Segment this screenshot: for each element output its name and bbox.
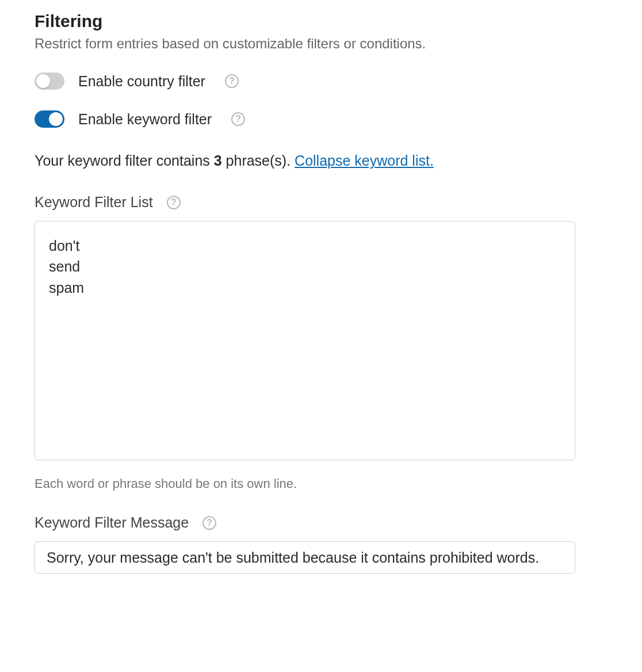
keyword-filter-row: Enable keyword filter ? (35, 110, 607, 128)
keyword-list-label-row: Keyword Filter List ? (35, 194, 607, 211)
summary-count: 3 (214, 152, 222, 169)
country-filter-toggle[interactable] (35, 72, 64, 90)
toggle-knob-icon (49, 112, 63, 126)
filtering-settings-panel: Filtering Restrict form entries based on… (0, 0, 642, 597)
keyword-filter-label: Enable keyword filter (78, 111, 212, 128)
help-icon[interactable]: ? (231, 112, 245, 126)
keyword-list-label: Keyword Filter List (35, 194, 153, 211)
summary-prefix: Your keyword filter contains (35, 152, 214, 169)
country-filter-label: Enable country filter (78, 73, 205, 90)
toggle-knob-icon (36, 74, 50, 88)
keyword-list-hint: Each word or phrase should be on its own… (35, 476, 607, 491)
keyword-filter-toggle[interactable] (35, 110, 64, 128)
help-icon[interactable]: ? (167, 196, 181, 209)
help-icon[interactable]: ? (225, 74, 239, 88)
summary-suffix: phrase(s). (222, 152, 295, 169)
keyword-filter-list-textarea[interactable] (35, 221, 575, 460)
keyword-filter-message-input[interactable] (35, 541, 575, 574)
section-title: Filtering (35, 12, 607, 31)
keyword-message-label-row: Keyword Filter Message ? (35, 514, 607, 531)
help-icon[interactable]: ? (202, 516, 216, 530)
keyword-filter-summary: Your keyword filter contains 3 phrase(s)… (35, 151, 607, 171)
collapse-keyword-list-link[interactable]: Collapse keyword list. (295, 152, 434, 169)
keyword-message-label: Keyword Filter Message (35, 514, 189, 531)
country-filter-row: Enable country filter ? (35, 72, 607, 90)
section-subtitle: Restrict form entries based on customiza… (35, 36, 607, 52)
